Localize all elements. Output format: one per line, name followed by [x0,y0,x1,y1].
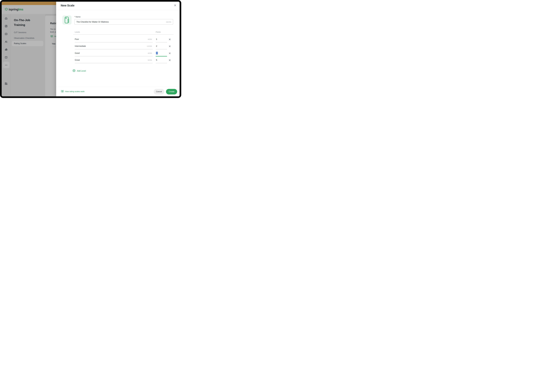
points-input-focused[interactable]: 4 [156,50,167,56]
points-input[interactable]: 5 [156,57,167,63]
level-char-counter: 5/255 [148,59,153,61]
cancel-button[interactable]: Cancel [154,89,164,94]
name-label: * Name: [74,16,81,18]
add-level-button[interactable]: Add Level [73,69,86,73]
name-input[interactable]: The Checklist for Waiter Or Waitress 36/… [74,19,173,25]
delete-level-icon[interactable] [168,52,171,55]
name-value: The Checklist for Waiter Or Waitress [76,21,166,23]
level-char-counter: 4/255 [148,38,153,40]
delete-level-icon[interactable] [168,59,171,62]
plus-circle-icon [73,69,75,73]
level-name-input[interactable]: Poor 4/255 [75,36,153,42]
points-input[interactable]: 1 [156,36,167,42]
level-row: Intermediate 12/255 2 [75,43,173,49]
new-scale-modal: New Scale * Name: The Checklist for Wait… [56,2,180,96]
level-char-counter: 4/255 [148,52,153,54]
level-name-input[interactable]: Intermediate 12/255 [75,43,153,49]
delete-level-icon[interactable] [168,45,171,48]
level-row: Great 5/255 5 [75,57,173,63]
level-row: Poor 4/255 1 [75,36,173,42]
modal-title: New Scale [61,4,75,7]
create-button[interactable]: Create [166,89,177,94]
name-char-counter: 36/255 [166,21,171,23]
open-book-icon [61,90,64,93]
levels-column-header: Levels [75,31,80,33]
level-char-counter: 12/255 [147,45,153,47]
delete-level-icon[interactable] [168,38,171,41]
how-rating-scales-work-link[interactable]: How rating scales work [61,90,85,93]
level-name-input[interactable]: Good 4/255 [75,50,153,56]
app-window: ispringlms On-The-Job T [2,2,180,96]
modal-header-divider [56,10,180,10]
selected-text: 4 [156,52,158,54]
level-row: Good 4/255 4 [75,50,173,56]
level-name-input[interactable]: Great 5/255 [75,57,153,63]
screenshot-frame: ispringlms On-The-Job T [0,0,181,98]
points-column-header: Points [156,31,161,33]
columns-divider [73,34,173,35]
close-icon[interactable] [174,4,177,7]
rating-scale-icon [62,15,71,24]
points-input[interactable]: 2 [156,43,167,49]
